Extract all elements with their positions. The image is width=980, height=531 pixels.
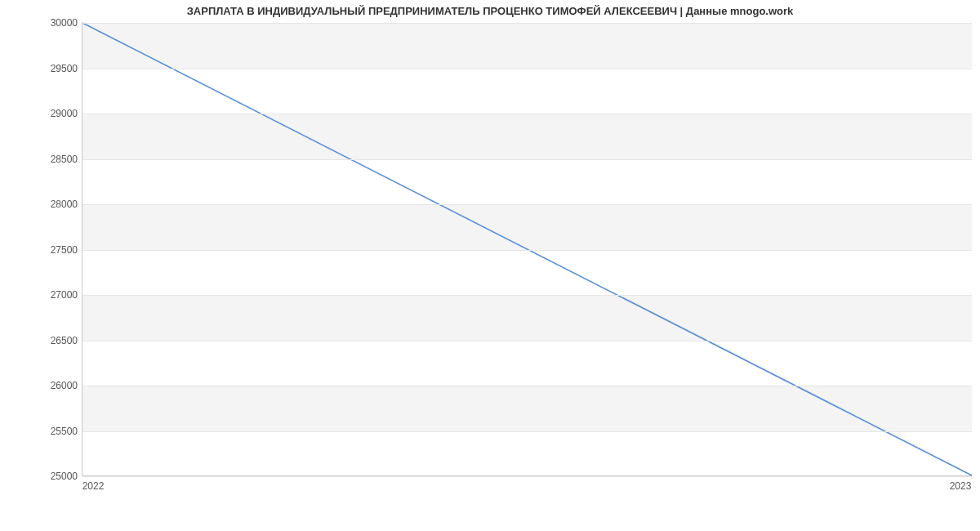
gridline <box>82 204 972 205</box>
x-tick-label: 2023 <box>950 480 972 492</box>
gridline <box>82 69 972 69</box>
y-tick-label: 29000 <box>51 108 78 119</box>
gridline <box>82 476 972 477</box>
y-tick-label: 26000 <box>51 380 78 391</box>
x-tick-label: 2022 <box>82 480 105 492</box>
y-tick-label: 27000 <box>51 289 78 301</box>
plot-area <box>82 23 972 476</box>
y-tick-label: 26500 <box>51 335 78 346</box>
y-tick-label: 29500 <box>51 63 78 74</box>
gridline <box>82 295 972 296</box>
y-tick-label: 27500 <box>51 244 78 256</box>
chart-title: ЗАРПЛАТА В ИНДИВИДУАЛЬНЫЙ ПРЕДПРИНИМАТЕЛ… <box>0 5 980 17</box>
gridline <box>82 341 972 341</box>
gridline <box>82 431 972 432</box>
y-tick-label: 25000 <box>51 471 78 482</box>
gridline <box>82 386 972 386</box>
y-tick-label: 28000 <box>51 199 78 210</box>
y-tick-label: 28500 <box>51 154 78 165</box>
gridline <box>82 159 972 160</box>
gridline <box>82 250 972 251</box>
chart-container: ЗАРПЛАТА В ИНДИВИДУАЛЬНЫЙ ПРЕДПРИНИМАТЕЛ… <box>0 0 980 531</box>
y-tick-label: 30000 <box>51 17 78 29</box>
y-tick-label: 25500 <box>51 426 78 437</box>
gridline <box>82 23 972 24</box>
gridline <box>82 114 972 114</box>
